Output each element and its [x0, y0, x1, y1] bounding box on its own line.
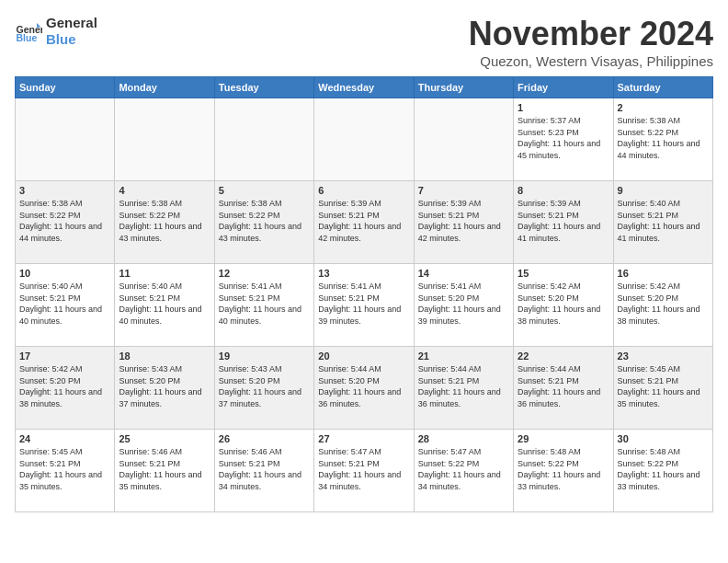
- day-info: Sunrise: 5:43 AM Sunset: 5:20 PM Dayligh…: [219, 363, 310, 409]
- calendar-cell: [214, 98, 313, 181]
- calendar-cell: 11Sunrise: 5:40 AM Sunset: 5:21 PM Dayli…: [115, 264, 214, 347]
- calendar-cell: 3Sunrise: 5:38 AM Sunset: 5:22 PM Daylig…: [16, 181, 115, 264]
- day-info: Sunrise: 5:47 AM Sunset: 5:22 PM Dayligh…: [418, 446, 509, 492]
- day-number: 22: [518, 350, 609, 362]
- day-info: Sunrise: 5:41 AM Sunset: 5:20 PM Dayligh…: [418, 281, 509, 327]
- calendar-cell: 17Sunrise: 5:42 AM Sunset: 5:20 PM Dayli…: [16, 347, 115, 430]
- day-info: Sunrise: 5:43 AM Sunset: 5:20 PM Dayligh…: [119, 363, 210, 409]
- weekday-header-wednesday: Wednesday: [314, 77, 414, 98]
- calendar-cell: 13Sunrise: 5:41 AM Sunset: 5:21 PM Dayli…: [314, 264, 414, 347]
- day-number: 28: [418, 433, 509, 444]
- day-info: Sunrise: 5:37 AM Sunset: 5:23 PM Dayligh…: [518, 115, 609, 161]
- calendar-cell: 19Sunrise: 5:43 AM Sunset: 5:20 PM Dayli…: [214, 347, 313, 430]
- day-number: 8: [518, 185, 609, 196]
- day-info: Sunrise: 5:40 AM Sunset: 5:21 PM Dayligh…: [19, 281, 110, 327]
- calendar-cell: 6Sunrise: 5:39 AM Sunset: 5:21 PM Daylig…: [314, 181, 414, 264]
- calendar-cell: 10Sunrise: 5:40 AM Sunset: 5:21 PM Dayli…: [16, 264, 115, 347]
- day-number: 2: [618, 102, 709, 113]
- day-number: 4: [119, 185, 210, 196]
- calendar-cell: 25Sunrise: 5:46 AM Sunset: 5:21 PM Dayli…: [115, 430, 214, 512]
- day-number: 29: [518, 433, 609, 444]
- logo-blue: Blue: [46, 31, 97, 48]
- calendar-cell: 16Sunrise: 5:42 AM Sunset: 5:20 PM Dayli…: [613, 264, 712, 347]
- month-title: November 2024: [469, 15, 713, 53]
- day-info: Sunrise: 5:40 AM Sunset: 5:21 PM Dayligh…: [119, 281, 210, 327]
- day-number: 16: [618, 268, 709, 279]
- calendar-cell: 4Sunrise: 5:38 AM Sunset: 5:22 PM Daylig…: [115, 181, 214, 264]
- day-number: 1: [518, 102, 609, 113]
- day-number: 5: [219, 185, 310, 196]
- calendar-cell: 5Sunrise: 5:38 AM Sunset: 5:22 PM Daylig…: [214, 181, 313, 264]
- calendar-cell: 7Sunrise: 5:39 AM Sunset: 5:21 PM Daylig…: [414, 181, 513, 264]
- day-number: 18: [119, 350, 210, 362]
- day-number: 7: [418, 185, 509, 196]
- day-info: Sunrise: 5:41 AM Sunset: 5:21 PM Dayligh…: [318, 281, 409, 327]
- logo-icon: General Blue: [15, 17, 42, 45]
- day-info: Sunrise: 5:44 AM Sunset: 5:20 PM Dayligh…: [318, 363, 409, 409]
- day-info: Sunrise: 5:46 AM Sunset: 5:21 PM Dayligh…: [119, 446, 210, 492]
- day-number: 23: [618, 350, 709, 362]
- day-info: Sunrise: 5:46 AM Sunset: 5:21 PM Dayligh…: [219, 446, 310, 492]
- day-number: 11: [119, 268, 210, 279]
- weekday-header-thursday: Thursday: [414, 77, 513, 98]
- svg-text:Blue: Blue: [17, 32, 38, 43]
- day-info: Sunrise: 5:41 AM Sunset: 5:21 PM Dayligh…: [219, 281, 310, 327]
- calendar-cell: 2Sunrise: 5:38 AM Sunset: 5:22 PM Daylig…: [613, 98, 712, 181]
- calendar-cell: 30Sunrise: 5:48 AM Sunset: 5:22 PM Dayli…: [613, 430, 712, 512]
- day-info: Sunrise: 5:38 AM Sunset: 5:22 PM Dayligh…: [119, 198, 210, 244]
- calendar-cell: 26Sunrise: 5:46 AM Sunset: 5:21 PM Dayli…: [214, 430, 313, 512]
- calendar-cell: [115, 98, 214, 181]
- day-number: 19: [219, 350, 310, 362]
- calendar-cell: 20Sunrise: 5:44 AM Sunset: 5:20 PM Dayli…: [314, 347, 414, 430]
- day-number: 9: [618, 185, 709, 196]
- day-info: Sunrise: 5:44 AM Sunset: 5:21 PM Dayligh…: [418, 363, 509, 409]
- day-info: Sunrise: 5:48 AM Sunset: 5:22 PM Dayligh…: [618, 446, 709, 492]
- calendar-cell: 24Sunrise: 5:45 AM Sunset: 5:21 PM Dayli…: [16, 430, 115, 512]
- day-number: 15: [518, 268, 609, 279]
- week-row-5: 24Sunrise: 5:45 AM Sunset: 5:21 PM Dayli…: [16, 430, 713, 512]
- calendar-cell: 23Sunrise: 5:45 AM Sunset: 5:21 PM Dayli…: [613, 347, 712, 430]
- page-header: General Blue General Blue November 2024 …: [15, 15, 713, 69]
- day-number: 27: [318, 433, 409, 444]
- day-info: Sunrise: 5:42 AM Sunset: 5:20 PM Dayligh…: [618, 281, 709, 327]
- calendar-cell: 18Sunrise: 5:43 AM Sunset: 5:20 PM Dayli…: [115, 347, 214, 430]
- weekday-header-sunday: Sunday: [16, 77, 115, 98]
- calendar-cell: 15Sunrise: 5:42 AM Sunset: 5:20 PM Dayli…: [514, 264, 613, 347]
- day-info: Sunrise: 5:48 AM Sunset: 5:22 PM Dayligh…: [518, 446, 609, 492]
- day-info: Sunrise: 5:42 AM Sunset: 5:20 PM Dayligh…: [19, 363, 110, 409]
- calendar-cell: 27Sunrise: 5:47 AM Sunset: 5:21 PM Dayli…: [314, 430, 414, 512]
- day-number: 24: [19, 433, 110, 444]
- calendar-table: SundayMondayTuesdayWednesdayThursdayFrid…: [15, 76, 713, 512]
- day-info: Sunrise: 5:39 AM Sunset: 5:21 PM Dayligh…: [318, 198, 409, 244]
- week-row-2: 3Sunrise: 5:38 AM Sunset: 5:22 PM Daylig…: [16, 181, 713, 264]
- day-number: 21: [418, 350, 509, 362]
- day-number: 12: [219, 268, 310, 279]
- day-number: 14: [418, 268, 509, 279]
- calendar-cell: 1Sunrise: 5:37 AM Sunset: 5:23 PM Daylig…: [514, 98, 613, 181]
- day-number: 20: [318, 350, 409, 362]
- calendar-cell: [314, 98, 414, 181]
- day-info: Sunrise: 5:38 AM Sunset: 5:22 PM Dayligh…: [219, 198, 310, 244]
- day-info: Sunrise: 5:44 AM Sunset: 5:21 PM Dayligh…: [518, 363, 609, 409]
- title-area: November 2024 Quezon, Western Visayas, P…: [469, 15, 713, 69]
- day-number: 6: [318, 185, 409, 196]
- day-info: Sunrise: 5:38 AM Sunset: 5:22 PM Dayligh…: [19, 198, 110, 244]
- calendar-cell: 21Sunrise: 5:44 AM Sunset: 5:21 PM Dayli…: [414, 347, 513, 430]
- day-number: 25: [119, 433, 210, 444]
- calendar-cell: 8Sunrise: 5:39 AM Sunset: 5:21 PM Daylig…: [514, 181, 613, 264]
- day-info: Sunrise: 5:39 AM Sunset: 5:21 PM Dayligh…: [518, 198, 609, 244]
- day-info: Sunrise: 5:40 AM Sunset: 5:21 PM Dayligh…: [618, 198, 709, 244]
- calendar-cell: 12Sunrise: 5:41 AM Sunset: 5:21 PM Dayli…: [214, 264, 313, 347]
- day-number: 10: [19, 268, 110, 279]
- day-info: Sunrise: 5:45 AM Sunset: 5:21 PM Dayligh…: [618, 363, 709, 409]
- day-number: 17: [19, 350, 110, 362]
- location-subtitle: Quezon, Western Visayas, Philippines: [469, 53, 713, 69]
- week-row-3: 10Sunrise: 5:40 AM Sunset: 5:21 PM Dayli…: [16, 264, 713, 347]
- calendar-cell: 22Sunrise: 5:44 AM Sunset: 5:21 PM Dayli…: [514, 347, 613, 430]
- day-info: Sunrise: 5:47 AM Sunset: 5:21 PM Dayligh…: [318, 446, 409, 492]
- logo-general: General: [46, 15, 97, 31]
- day-info: Sunrise: 5:45 AM Sunset: 5:21 PM Dayligh…: [19, 446, 110, 492]
- week-row-1: 1Sunrise: 5:37 AM Sunset: 5:23 PM Daylig…: [16, 98, 713, 181]
- calendar-cell: [16, 98, 115, 181]
- weekday-header-tuesday: Tuesday: [214, 77, 313, 98]
